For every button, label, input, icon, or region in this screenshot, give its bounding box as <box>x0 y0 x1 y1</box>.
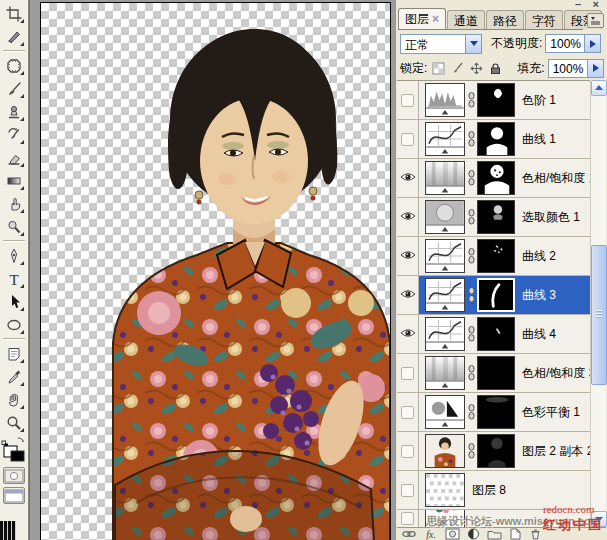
new-group-icon[interactable] <box>487 528 502 540</box>
layer-thumbnail[interactable] <box>425 122 465 156</box>
layer-thumbnail[interactable] <box>425 317 465 351</box>
layer-name[interactable]: 图层 2 副本 2 <box>522 443 593 460</box>
eraser-tool[interactable] <box>2 146 26 169</box>
lock-all-icon[interactable] <box>488 61 503 76</box>
lock-position-icon[interactable] <box>469 61 484 76</box>
visibility-toggle[interactable] <box>397 315 419 353</box>
visibility-toggle[interactable] <box>397 354 419 392</box>
tab-character[interactable]: 字符 <box>525 10 563 29</box>
layer-name[interactable]: 曲线 1 <box>522 131 556 148</box>
scroll-up-button[interactable] <box>591 80 607 96</box>
tab-close-icon[interactable]: × <box>432 12 439 26</box>
tab-channels[interactable]: 通道 <box>447 10 485 29</box>
layer-mask-thumbnail[interactable] <box>477 122 515 156</box>
new-layer-icon[interactable] <box>509 528 522 540</box>
layer-thumbnail[interactable] <box>425 239 465 273</box>
layer-row[interactable]: 曲线 4 <box>397 315 591 354</box>
layer-row[interactable]: 色相/饱和度 3 <box>397 354 591 393</box>
visibility-toggle[interactable] <box>397 81 419 119</box>
layer-row[interactable]: 色阶 1 <box>397 81 591 120</box>
visibility-toggle[interactable] <box>397 159 419 197</box>
layer-name[interactable]: 色相/饱和度 1 <box>522 170 595 187</box>
opacity-field[interactable]: 100% <box>545 34 585 53</box>
zoom-tool[interactable] <box>2 411 26 434</box>
layer-name[interactable]: 曲线 3 <box>522 287 556 304</box>
layer-style-icon[interactable]: fx. <box>424 528 438 540</box>
crop-tool[interactable] <box>2 2 26 25</box>
gradient-tool[interactable] <box>2 169 26 192</box>
blend-mode-select[interactable]: 正常 <box>400 34 482 54</box>
tab-paths[interactable]: 路径 <box>486 10 524 29</box>
layer-thumbnail[interactable] <box>425 434 465 468</box>
layer-name[interactable]: 色彩平衡 1 <box>522 404 580 421</box>
scroll-down-button[interactable] <box>591 511 607 527</box>
layer-row[interactable]: 曲线 1 <box>397 120 591 159</box>
type-tool[interactable]: T <box>2 267 26 290</box>
link-layers-icon[interactable] <box>401 528 417 540</box>
healing-patch-tool[interactable] <box>2 54 26 77</box>
lock-transparency-icon[interactable] <box>431 61 446 76</box>
layers-scrollbar[interactable] <box>590 80 606 527</box>
layer-mask-thumbnail[interactable] <box>477 434 515 468</box>
fill-slider-button[interactable] <box>588 59 604 78</box>
layer-row[interactable]: 图层 8 <box>397 471 591 510</box>
visibility-toggle[interactable] <box>397 276 419 314</box>
layer-thumbnail[interactable] <box>425 83 465 117</box>
delete-layer-icon[interactable] <box>529 528 542 540</box>
layer-mask-thumbnail[interactable] <box>477 200 515 234</box>
brush-tool[interactable] <box>2 77 26 100</box>
layer-row[interactable]: 色彩平衡 1 <box>397 393 591 432</box>
layer-mask-thumbnail[interactable] <box>477 278 515 312</box>
notes-tool[interactable] <box>2 342 26 365</box>
minimize-button[interactable]: – <box>575 0 581 10</box>
history-brush-tool[interactable] <box>2 123 26 146</box>
layer-name[interactable]: 图层 8 <box>472 482 506 499</box>
visibility-toggle[interactable] <box>397 471 419 509</box>
layer-name[interactable]: 曲线 2 <box>522 248 556 265</box>
tab-layers[interactable]: 图层× <box>398 8 446 29</box>
chevron-down-icon[interactable] <box>465 35 481 53</box>
screen-mode-button[interactable] <box>3 487 25 504</box>
layer-name[interactable]: 曲线 4 <box>522 326 556 343</box>
visibility-toggle[interactable] <box>397 198 419 236</box>
layer-thumbnail[interactable] <box>425 161 465 195</box>
layer-row[interactable]: 选取颜色 1 <box>397 198 591 237</box>
add-mask-icon[interactable] <box>445 528 460 540</box>
layer-mask-thumbnail[interactable] <box>477 83 515 117</box>
path-selection-tool[interactable] <box>2 290 26 313</box>
visibility-toggle[interactable] <box>397 393 419 431</box>
foreground-background-swatches[interactable] <box>1 436 28 464</box>
layer-thumbnail[interactable] <box>425 510 465 527</box>
pen-tool[interactable] <box>2 244 26 267</box>
visibility-toggle[interactable] <box>397 237 419 275</box>
hand-tool[interactable] <box>2 388 26 411</box>
layer-mask-thumbnail[interactable] <box>477 161 515 195</box>
layer-row[interactable] <box>397 510 591 527</box>
lock-pixels-icon[interactable] <box>450 61 465 76</box>
visibility-toggle[interactable] <box>397 432 419 470</box>
layer-thumbnail[interactable] <box>425 278 465 312</box>
visibility-toggle[interactable] <box>397 120 419 158</box>
layer-name[interactable]: 色阶 1 <box>522 92 556 109</box>
layer-mask-thumbnail[interactable] <box>477 395 515 429</box>
eyedropper-tool[interactable] <box>2 365 26 388</box>
layer-row[interactable]: 色相/饱和度 1 <box>397 159 591 198</box>
ellipse-tool[interactable] <box>2 313 26 336</box>
slice-tool[interactable] <box>2 25 26 48</box>
layer-mask-thumbnail[interactable] <box>477 239 515 273</box>
layer-mask-thumbnail[interactable] <box>477 317 515 351</box>
layer-thumbnail[interactable] <box>425 395 465 429</box>
adjustment-layer-icon[interactable] <box>467 528 480 540</box>
layer-thumbnail[interactable] <box>425 473 465 507</box>
layer-name[interactable]: 选取颜色 1 <box>522 209 580 226</box>
layer-row[interactable]: 曲线 2 <box>397 237 591 276</box>
clone-stamp-tool[interactable] <box>2 100 26 123</box>
layer-mask-thumbnail[interactable] <box>477 356 515 390</box>
smudge-tool[interactable] <box>2 192 26 215</box>
scrollbar-thumb[interactable] <box>591 245 607 385</box>
layer-thumbnail[interactable] <box>425 200 465 234</box>
opacity-slider-button[interactable] <box>585 34 601 53</box>
quick-mask-button[interactable] <box>3 467 25 484</box>
canvas[interactable] <box>40 2 391 540</box>
dodge-tool[interactable] <box>2 215 26 238</box>
